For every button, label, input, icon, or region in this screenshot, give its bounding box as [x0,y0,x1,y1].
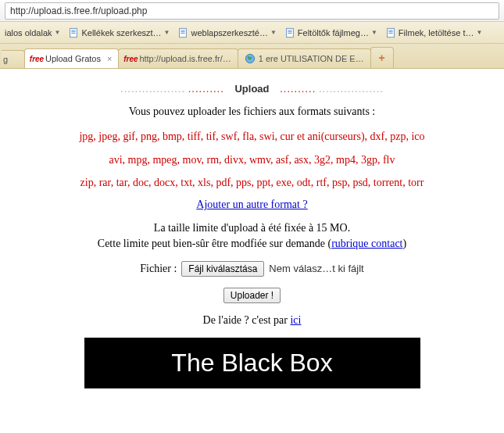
tabs-bar: g free Upload Gratos × free http://uploa… [0,44,504,69]
svg-rect-11 [288,33,291,34]
bookmark-label: ialos oldalak [5,28,52,38]
new-tab-button[interactable]: + [370,47,394,68]
page-icon [68,27,79,38]
svg-rect-10 [288,31,291,32]
bookmark-item[interactable]: ialos oldalak ▼ [2,27,63,39]
tab-label: http://upload.is.free.fr/… [139,54,231,63]
svg-rect-5 [181,30,185,30]
bookmark-item[interactable]: weblapszerkeszté… ▼ [174,26,279,40]
file-row: Fichier : Fájl kiválasztása Nem válasz…t… [16,261,488,277]
tab[interactable]: 1 ere UTILISATION DE E… [238,48,371,68]
bookmark-label: weblapszerkeszté… [191,28,267,38]
bookmark-item[interactable]: Feltöltők fájlmeg… ▼ [281,26,381,40]
close-icon[interactable]: × [107,54,112,63]
svg-rect-6 [181,31,185,32]
upload-row: Uploader ! [16,288,488,303]
globe-icon [245,53,256,64]
dots-decoration: .................. [319,83,384,95]
bookmark-label: Filmek, letöltése t… [399,28,474,38]
free-icon: free [31,53,42,64]
bookmark-label: Feltöltők fájlmeg… [298,28,369,38]
plus-icon: + [379,52,385,64]
limit-pre: Cette limite peut bien-sûr être modfiée … [98,238,331,249]
tab-label: g [3,55,8,64]
chevron-down-icon: ▼ [476,29,482,36]
svg-rect-14 [388,31,392,32]
url-input[interactable] [5,2,499,20]
page-title: Upload [234,83,269,95]
help-pre: De l'aide ? c'est par [203,314,291,326]
file-label: Fichier : [140,263,177,275]
help-text: De l'aide ? c'est par ici [16,314,488,327]
tab-active[interactable]: free Upload Gratos × [24,48,119,68]
svg-rect-9 [288,30,291,30]
add-format-link[interactable]: Ajouter un autre format ? [196,199,307,210]
svg-rect-15 [388,33,392,34]
svg-rect-13 [388,30,392,30]
chevron-down-icon: ▼ [371,29,377,36]
black-box-banner: The Black Box [84,338,420,388]
bookmark-item[interactable]: Filmek, letöltése t… ▼ [382,26,486,40]
limit-text-1: La taille limite d'upload à été fixée à … [16,222,488,234]
chevron-down-icon: ▼ [270,29,277,36]
tab[interactable]: free http://upload.is.free.fr/… [118,48,238,68]
tab-label: 1 ere UTILISATION DE E… [259,54,364,63]
file-status: Nem válasz…t ki fájlt [269,263,363,274]
upload-button[interactable]: Uploader ! [223,288,281,303]
address-bar [0,0,504,22]
svg-rect-7 [181,33,185,34]
svg-rect-2 [72,31,76,32]
dots-decoration: .................. [120,83,185,95]
dots-decoration: .......... [280,83,316,95]
formats-line-3: zip, rar, tar, doc, docx, txt, xls, pdf,… [16,175,488,191]
tab[interactable]: g [2,50,25,68]
bookmark-label: Kellékek szerkeszt… [81,28,161,38]
svg-rect-3 [72,33,76,34]
page-icon [284,27,295,38]
bookmarks-bar: ialos oldalak ▼ Kellékek szerkeszt… ▼ we… [0,22,504,44]
free-icon: free [125,53,136,64]
page-icon [385,27,396,38]
chevron-down-icon: ▼ [164,29,170,36]
limit-text-2: Cette limite peut bien-sûr être modfiée … [16,238,488,250]
header-line: .................. .......... Upload ...… [16,83,488,95]
svg-rect-1 [72,30,76,30]
page-content: .................. .......... Upload ...… [0,69,504,396]
help-link[interactable]: ici [290,314,301,326]
formats-line-2: avi, mpg, mpeg, mov, rm, divx, wmv, asf,… [16,152,488,168]
chevron-down-icon: ▼ [55,29,61,36]
file-choose-button[interactable]: Fájl kiválasztása [181,261,264,277]
contact-link[interactable]: rubrique contact [331,238,402,249]
page-icon [177,27,188,38]
formats-line-1: jpg, jpeg, gif, png, bmp, tiff, tif, swf… [16,129,488,145]
dots-decoration: .......... [188,83,224,95]
bookmark-item[interactable]: Kellékek szerkeszt… ▼ [65,26,173,40]
limit-post: ) [403,238,407,249]
intro-text: Vous pouvez uploader les fichiers aux fo… [16,106,488,118]
tab-label: Upload Gratos [45,54,101,63]
